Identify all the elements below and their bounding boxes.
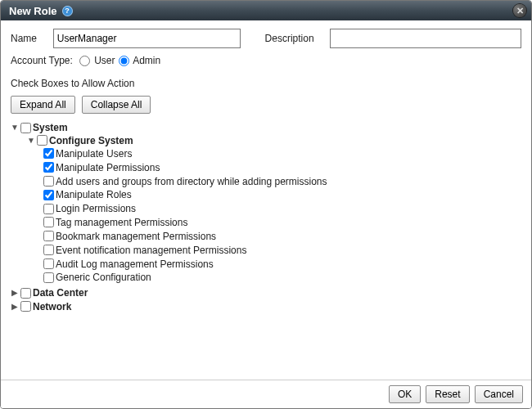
account-type-label: Account Type: — [11, 55, 73, 66]
account-type-admin-label: Admin — [133, 55, 160, 66]
help-icon[interactable]: ? — [62, 6, 73, 16]
tree-node-label: Manipulate Roles — [56, 189, 132, 200]
tree-node-generic-configuration: Generic Configuration — [43, 270, 518, 284]
name-label: Name — [11, 33, 53, 44]
tree-node-label: Bookmark management Permissions — [56, 231, 216, 242]
account-type-user-label: User — [94, 55, 115, 66]
tree-checkbox[interactable] — [43, 162, 54, 173]
tree-node-label: Manipulate Users — [56, 148, 132, 160]
tree-node-manipulate-permissions: Manipulate Permissions — [43, 160, 518, 174]
tree-checkbox[interactable] — [43, 204, 54, 214]
tree-checkbox[interactable] — [37, 135, 47, 146]
tree-node-manipulate-roles: Manipulate Roles — [43, 187, 518, 201]
tree-checkbox[interactable] — [43, 148, 54, 159]
account-type-user-option[interactable]: User — [79, 55, 115, 66]
tree-node-label: Manipulate Permissions — [56, 162, 160, 173]
tree-toggle-icon[interactable]: ▶ — [11, 288, 19, 297]
reset-button[interactable]: Reset — [426, 385, 469, 403]
tree-node-label: Add users and groups from directory whil… — [56, 175, 327, 187]
tree-node-label[interactable]: Configure System — [49, 135, 133, 146]
tree-node-label[interactable]: System — [33, 122, 68, 133]
tree-node-data-center: ▶Data Center — [11, 285, 518, 299]
dialog-titlebar: New Role ? ✕ — [1, 1, 531, 20]
tree-node-label[interactable]: Network — [33, 301, 71, 312]
account-type-row: Account Type: User Admin — [11, 55, 521, 66]
tree-toggle-icon[interactable]: ▼ — [11, 123, 19, 132]
dialog-footer: OK Reset Cancel — [1, 380, 531, 408]
tree-checkbox[interactable] — [43, 176, 54, 187]
tree-checkbox[interactable] — [20, 288, 31, 299]
permissions-tree[interactable]: ▼System▼Configure SystemManipulate Users… — [11, 120, 521, 375]
description-label: Description — [265, 33, 331, 44]
account-type-user-radio[interactable] — [79, 56, 90, 66]
new-role-dialog: New Role ? ✕ Name Description Account Ty… — [0, 0, 532, 409]
tree-toggle-icon[interactable]: ▼ — [27, 136, 35, 145]
description-input[interactable] — [330, 29, 521, 48]
tree-checkbox[interactable] — [43, 217, 54, 227]
account-type-admin-radio[interactable] — [119, 56, 129, 66]
tree-node-label: Login Permissions — [56, 203, 136, 214]
tree-toggle-icon[interactable]: ▶ — [11, 302, 19, 311]
tree-node-label: Generic Configuration — [56, 272, 151, 283]
tree-node-label: Audit Log management Permissions — [56, 258, 214, 269]
tree-node-label: Event notification management Permission… — [56, 245, 246, 256]
tree-node-bookmark-management-permissions: Bookmark management Permissions — [43, 229, 518, 243]
tree-node-tag-management-permissions: Tag management Permissions — [43, 215, 518, 229]
expand-all-button[interactable]: Expand All — [11, 96, 75, 114]
tree-node-system: ▼System▼Configure SystemManipulate Users… — [11, 120, 518, 285]
tree-node-network: ▶Network — [11, 299, 518, 313]
tree-node-label: Tag management Permissions — [56, 217, 187, 228]
tree-checkbox[interactable] — [43, 245, 54, 255]
close-icon[interactable]: ✕ — [513, 4, 526, 17]
tree-checkbox[interactable] — [20, 123, 31, 133]
tree-node-event-notification-management-permissions: Event notification management Permission… — [43, 243, 518, 257]
ok-button[interactable]: OK — [389, 385, 421, 403]
tree-node-configure-system: ▼Configure SystemManipulate UsersManipul… — [27, 133, 518, 285]
tree-checkbox[interactable] — [20, 301, 31, 312]
tree-node-manipulate-users: Manipulate Users — [43, 146, 518, 160]
name-row: Name Description — [11, 29, 521, 48]
account-type-admin-option[interactable]: Admin — [119, 55, 161, 66]
name-input[interactable] — [53, 29, 241, 48]
tree-node-add-users-and-groups-from-directory-while-adding-permissions: Add users and groups from directory whil… — [43, 174, 518, 188]
permissions-section-label: Check Boxes to Allow Action — [11, 78, 521, 89]
expand-collapse-row: Expand All Collapse All — [11, 96, 521, 114]
tree-checkbox[interactable] — [43, 190, 54, 200]
dialog-title: New Role — [9, 5, 57, 17]
tree-checkbox[interactable] — [43, 258, 54, 269]
cancel-button[interactable]: Cancel — [475, 385, 523, 403]
tree-node-label[interactable]: Data Center — [33, 287, 88, 299]
tree-checkbox[interactable] — [43, 272, 54, 283]
dialog-body: Name Description Account Type: User Admi… — [1, 20, 531, 380]
tree-node-audit-log-management-permissions: Audit Log management Permissions — [43, 257, 518, 271]
collapse-all-button[interactable]: Collapse All — [82, 96, 151, 114]
tree-node-login-permissions: Login Permissions — [43, 201, 518, 215]
tree-checkbox[interactable] — [43, 231, 54, 241]
